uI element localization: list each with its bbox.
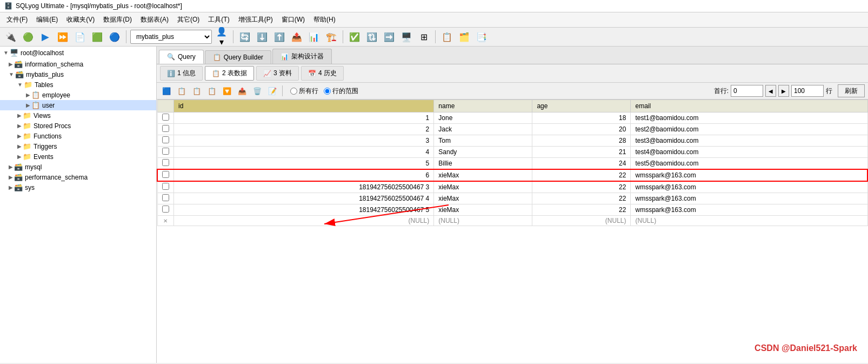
result-tab-profile[interactable]: 📈 3 资料 xyxy=(256,66,299,81)
tree-events[interactable]: ▶ 📁 Events xyxy=(0,151,156,162)
cell-email: wmsspark@163.com xyxy=(631,204,867,216)
next-page-btn[interactable]: ▶ xyxy=(778,85,789,97)
export-table-btn[interactable]: 📤 xyxy=(236,84,249,97)
header-id[interactable]: id xyxy=(174,100,434,112)
extra2-btn[interactable]: 🗂️ xyxy=(457,29,472,44)
sync-btn[interactable]: 📤 xyxy=(289,29,304,44)
tree-views[interactable]: ▶ 📁 Views xyxy=(0,110,156,121)
row-checkbox[interactable] xyxy=(157,135,174,147)
tables-expand-icon: ▼ xyxy=(17,82,23,88)
row-checkbox[interactable] xyxy=(157,124,174,135)
info-tab-label: 1 信息 xyxy=(177,69,196,78)
tree-functions[interactable]: ▶ 📁 Functions xyxy=(0,131,156,141)
extra1-btn[interactable]: 📋 xyxy=(439,29,455,44)
csv-btn[interactable]: 📝 xyxy=(266,84,279,97)
row-checkbox[interactable] xyxy=(157,193,174,204)
radio-all[interactable] xyxy=(290,88,297,95)
first-row-input[interactable] xyxy=(731,85,763,97)
menu-other[interactable]: 其它(O) xyxy=(173,14,204,26)
schedule-btn[interactable]: ⬆️ xyxy=(272,29,287,44)
database-select[interactable]: mybatis_plus mysql information_schema pe… xyxy=(130,30,212,44)
tools2-btn[interactable]: 🖥️ xyxy=(399,29,414,44)
restore-btn[interactable]: ⬇️ xyxy=(255,29,270,44)
copy-row-btn[interactable]: 📋 xyxy=(175,84,188,97)
procs-icon: 📁 xyxy=(23,122,31,130)
header-name[interactable]: name xyxy=(434,100,532,112)
cell-email: test2@baomidou.com xyxy=(631,124,867,135)
result-tab-info[interactable]: ℹ️ 1 信息 xyxy=(160,66,203,81)
tree-stored-procs[interactable]: ▶ 📁 Stored Procs xyxy=(0,121,156,131)
import-btn[interactable]: 🟩 xyxy=(90,29,105,44)
tree-sys[interactable]: ▶ 🗃️ sys xyxy=(0,182,156,193)
menu-edit[interactable]: 编辑(E) xyxy=(32,14,62,26)
filter-btn[interactable]: 🔽 xyxy=(221,84,233,97)
row-checkbox[interactable]: ✕ xyxy=(157,216,174,226)
execute-btn[interactable]: ▶ xyxy=(38,29,53,44)
row-checkbox[interactable] xyxy=(157,112,174,124)
radio-range[interactable] xyxy=(324,88,331,95)
tree-mysql[interactable]: ▶ 🗃️ mysql xyxy=(0,162,156,172)
tree-tables[interactable]: ▼ 📁 Tables xyxy=(0,80,156,90)
db-label-sys: sys xyxy=(25,184,35,191)
radio-all-label[interactable]: 所有行 xyxy=(290,87,318,96)
cell-name: (NULL) xyxy=(434,216,532,226)
open-btn[interactable]: 🟢 xyxy=(21,29,36,44)
grid-btn[interactable]: ⊞ xyxy=(416,29,431,44)
cell-age: 21 xyxy=(532,147,631,158)
delete-row-btn[interactable]: 📋 xyxy=(205,84,218,97)
tree-mybatis-plus[interactable]: ▼ 🗃️ mybatis_plus xyxy=(0,69,156,80)
extra3-btn[interactable]: 📑 xyxy=(474,29,489,44)
header-email[interactable]: email xyxy=(631,100,867,112)
row-checkbox[interactable] xyxy=(157,169,174,181)
user-expand-icon: ▶ xyxy=(26,102,30,108)
tree-information-schema[interactable]: ▶ 🗃️ information_schema xyxy=(0,59,156,69)
tree-triggers[interactable]: ▶ 📁 Triggers xyxy=(0,141,156,151)
row-count-input[interactable] xyxy=(791,85,824,97)
functions-icon: 📁 xyxy=(23,132,31,140)
tables-icon: 📁 xyxy=(24,81,32,89)
migrate-btn[interactable]: ➡️ xyxy=(382,29,397,44)
prev-page-btn[interactable]: ◀ xyxy=(765,85,776,97)
user-btn[interactable]: 👤▾ xyxy=(214,29,229,44)
menu-file[interactable]: 文件(F) xyxy=(2,14,32,26)
result-tab-tabledata[interactable]: 📋 2 表数据 xyxy=(205,66,254,81)
tree-root[interactable]: ▼ 🖥️ root@localhost xyxy=(0,47,156,59)
menu-tools[interactable]: 工具(T) xyxy=(204,14,233,26)
tab-schema-designer[interactable]: 📊 架构设计器 xyxy=(272,49,332,64)
stop-btn[interactable]: 📄 xyxy=(72,29,88,44)
tab-query-builder[interactable]: 📋 Query Builder xyxy=(205,50,271,64)
move-row-btn[interactable]: 📋 xyxy=(190,84,203,97)
create-db-btn[interactable]: 🔃 xyxy=(364,29,379,44)
radio-range-label[interactable]: 行的范围 xyxy=(324,87,358,96)
row-checkbox[interactable] xyxy=(157,147,174,158)
execute-all-btn[interactable]: ⏩ xyxy=(55,29,70,44)
title-bar: 🗄️ SQLyog Ultimate - [mysql/mybatis_plus… xyxy=(0,0,868,12)
backup-btn[interactable]: 🔄 xyxy=(237,29,252,44)
insert-row-btn[interactable]: 🟦 xyxy=(160,84,173,97)
cell-name: Billie xyxy=(434,158,532,170)
menu-table[interactable]: 数据表(A) xyxy=(136,14,173,26)
header-age[interactable]: age xyxy=(532,100,631,112)
delete-all-btn[interactable]: 🗑️ xyxy=(251,84,264,97)
menu-advanced[interactable]: 增强工具(P) xyxy=(234,14,277,26)
schema-btn[interactable]: 🏗️ xyxy=(324,29,339,44)
tree-performance-schema[interactable]: ▶ 🗃️ performance_schema xyxy=(0,172,156,182)
employee-expand-icon: ▶ xyxy=(26,92,30,98)
compare-btn[interactable]: 📊 xyxy=(306,29,322,44)
menu-favorites[interactable]: 收藏夹(V) xyxy=(62,14,99,26)
row-checkbox[interactable] xyxy=(157,158,174,170)
tree-employee[interactable]: ▶ 📋 employee xyxy=(0,90,156,100)
tabledata-tab-icon: 📋 xyxy=(212,70,220,77)
result-tab-history[interactable]: 📅 4 历史 xyxy=(301,66,344,81)
export-btn[interactable]: 🔵 xyxy=(107,29,122,44)
row-checkbox[interactable] xyxy=(157,204,174,216)
menu-help[interactable]: 帮助(H) xyxy=(309,14,340,26)
refresh-db-btn[interactable]: ✅ xyxy=(347,29,362,44)
tab-query[interactable]: 🔍 Query xyxy=(159,50,204,64)
new-connection-btn[interactable]: 🔌 xyxy=(3,29,18,44)
row-checkbox[interactable] xyxy=(157,181,174,193)
menu-database[interactable]: 数据库(D) xyxy=(99,14,136,26)
tree-user[interactable]: ▶ 📋 user xyxy=(0,100,156,110)
menu-window[interactable]: 窗口(W) xyxy=(277,14,309,26)
refresh-button[interactable]: 刷新 xyxy=(838,84,865,97)
